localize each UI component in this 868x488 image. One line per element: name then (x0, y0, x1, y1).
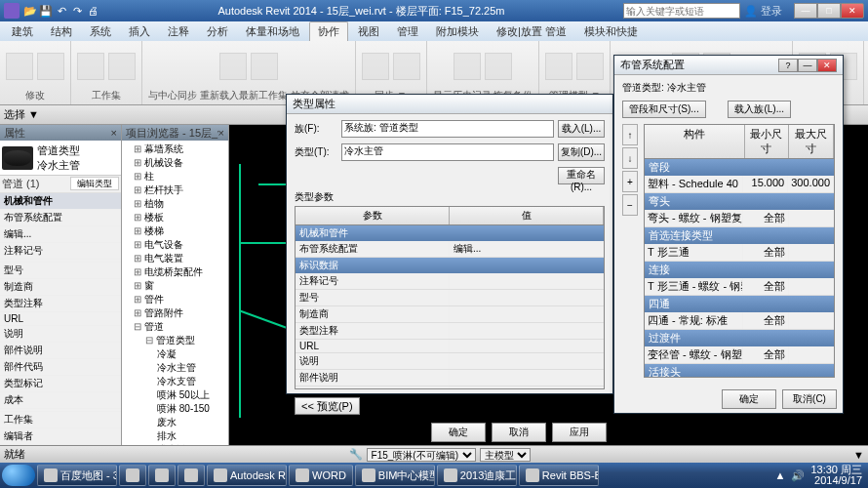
ribbon-tab[interactable]: 视图 (350, 22, 387, 41)
tree-node[interactable]: 排水 (122, 429, 228, 443)
tree-node[interactable]: 喷淋 50以上 (122, 388, 228, 402)
tree-node[interactable]: 柱 (122, 170, 228, 183)
tray-icon[interactable]: 🔊 (791, 469, 805, 482)
tree-node[interactable]: 窗 (122, 279, 228, 293)
ribbon-button[interactable] (77, 53, 104, 80)
edit-type-button[interactable]: 编辑类型 (70, 177, 119, 190)
taskbar-button[interactable]: 百度地图 - 360安... (37, 465, 117, 486)
routing-table[interactable]: 构件 最小尺寸 最大尺寸 管段塑料 - Schedule 4015.000300… (644, 124, 835, 378)
ok-button[interactable]: 确定 (722, 389, 776, 409)
param-row[interactable]: 布管系统配置编辑... (296, 241, 604, 258)
browser-tree[interactable]: 幕墙系统机械设备柱栏杆扶手植物楼板楼梯电气设备电气装置电缆桥架配件窗管件管路附件… (122, 141, 228, 470)
qat-save-icon[interactable]: 💾 (39, 4, 53, 18)
segments-sizes-button[interactable]: 管段和尺寸(S)... (622, 101, 706, 118)
taskbar-button[interactable]: Revit BBS-BIM... (519, 465, 599, 486)
property-row[interactable]: 部件代码 (0, 359, 121, 376)
model-select[interactable]: 主模型 (480, 448, 531, 462)
tree-node[interactable]: 废水 (122, 416, 228, 429)
routing-row[interactable]: 变径管 - 螺纹 - 钢塑复合: 标准全部 (645, 346, 834, 364)
help-icon[interactable]: ? (778, 59, 798, 72)
property-row[interactable]: 部件说明 (0, 343, 121, 359)
taskbar-button[interactable]: 2013迪康工程大... (437, 465, 517, 486)
param-row[interactable]: 说明 (296, 353, 604, 370)
tree-node[interactable]: 幕墙系统 (122, 142, 228, 156)
property-row[interactable]: 成本 (0, 392, 121, 409)
ribbon-tab[interactable]: 系统 (82, 22, 119, 41)
add-icon[interactable]: + (622, 171, 638, 192)
close-icon[interactable]: × (111, 127, 117, 139)
tree-node[interactable]: 植物 (122, 197, 228, 211)
clock[interactable]: 13:30 周三 2014/9/17 (810, 465, 862, 486)
tree-node[interactable]: 机械设备 (122, 156, 228, 170)
property-row[interactable]: 型号 (0, 263, 121, 279)
ribbon-button[interactable] (393, 53, 420, 80)
taskbar-button[interactable] (119, 465, 146, 486)
ribbon-button[interactable] (251, 53, 278, 80)
system-tray[interactable]: ▲ 🔊 13:30 周三 2014/9/17 (771, 465, 866, 486)
ribbon-button[interactable] (37, 53, 64, 80)
selector-dropdown[interactable]: 选择 ▼ (4, 107, 39, 122)
ribbon-button[interactable] (576, 53, 604, 80)
type-selector[interactable]: 管道类型 冷水主管 (0, 141, 121, 176)
qat-print-icon[interactable]: 🖨 (86, 4, 99, 18)
qat-redo-icon[interactable]: ↷ (70, 4, 84, 18)
tree-node[interactable]: 电气设备 (122, 238, 228, 252)
param-row[interactable]: 部件说明 (296, 370, 604, 386)
load-family-button[interactable]: 载入族(L)... (728, 101, 791, 118)
routing-row[interactable]: T 形三通全部 (645, 244, 834, 262)
taskbar-button[interactable] (148, 465, 176, 486)
tree-node[interactable]: 栏杆扶手 (122, 183, 228, 197)
property-row[interactable]: 注释记号 (0, 243, 121, 260)
ribbon-tab[interactable]: 附加模块 (428, 22, 487, 41)
taskbar-button[interactable] (178, 465, 205, 486)
ribbon-button[interactable] (108, 53, 136, 80)
tree-node[interactable]: 电缆桥架配件 (122, 265, 228, 279)
tree-node[interactable]: 冷水支管 (122, 375, 228, 388)
ribbon-button[interactable] (454, 53, 481, 80)
cancel-button[interactable]: 取消(C) (782, 389, 837, 409)
ribbon-tab[interactable]: 分析 (199, 22, 236, 41)
property-row[interactable]: URL (0, 312, 121, 326)
apply-button[interactable]: 应用 (552, 423, 607, 442)
close-icon[interactable]: × (218, 127, 224, 139)
property-row[interactable]: 工作集 (0, 412, 121, 428)
ribbon-tab[interactable]: 管理 (389, 22, 426, 41)
tree-node[interactable]: 管道 (122, 320, 228, 334)
ribbon-tab[interactable]: 协作 (309, 21, 348, 41)
param-row[interactable]: 类型注释 (296, 323, 604, 340)
minimize-button[interactable]: — (794, 3, 817, 19)
maximize-button[interactable]: □ (817, 3, 841, 19)
load-button[interactable]: 载入(L)... (558, 120, 605, 138)
cancel-button[interactable]: 取消 (492, 423, 546, 442)
move-up-icon[interactable]: ↑ (622, 124, 638, 145)
ribbon-tab[interactable]: 建筑 (4, 22, 41, 41)
help-search-input[interactable] (623, 3, 740, 19)
ribbon-tab[interactable]: 修改|放置 管道 (489, 22, 574, 41)
start-button[interactable] (2, 465, 35, 486)
param-row[interactable]: URL (296, 340, 604, 353)
preview-button[interactable]: << 预览(P) (295, 397, 360, 415)
property-row[interactable]: 说明 (0, 326, 121, 343)
taskbar-button[interactable]: WORD (289, 465, 353, 486)
ribbon-tab[interactable]: 插入 (121, 22, 158, 41)
tray-icon[interactable]: ▲ (775, 469, 786, 481)
param-row[interactable]: 注释记号 (296, 273, 604, 290)
property-row[interactable]: 类型注释 (0, 296, 121, 312)
ribbon-button[interactable] (6, 53, 33, 80)
tree-node[interactable]: 管路附件 (122, 306, 228, 320)
ribbon-tab[interactable]: 结构 (43, 22, 80, 41)
ribbon-button[interactable] (485, 53, 512, 80)
tree-node[interactable]: 喷淋 80-150 (122, 402, 228, 416)
tree-node[interactable]: 楼梯 (122, 224, 228, 238)
tree-node[interactable]: 管件 (122, 293, 228, 306)
qat-open-icon[interactable]: 📂 (23, 4, 37, 18)
ribbon-button[interactable] (219, 53, 247, 80)
remove-icon[interactable]: − (622, 194, 638, 216)
property-row[interactable]: 编辑... (0, 226, 121, 243)
copy-button[interactable]: 复制(D)... (558, 143, 605, 161)
family-select[interactable]: 系统族: 管道类型 (341, 120, 554, 138)
minimize-icon[interactable]: — (798, 59, 817, 72)
ribbon-tab[interactable]: 模块和快捷 (576, 22, 646, 41)
qat-undo-icon[interactable]: ↶ (55, 4, 68, 18)
tree-node[interactable]: 冷水主管 (122, 361, 228, 375)
